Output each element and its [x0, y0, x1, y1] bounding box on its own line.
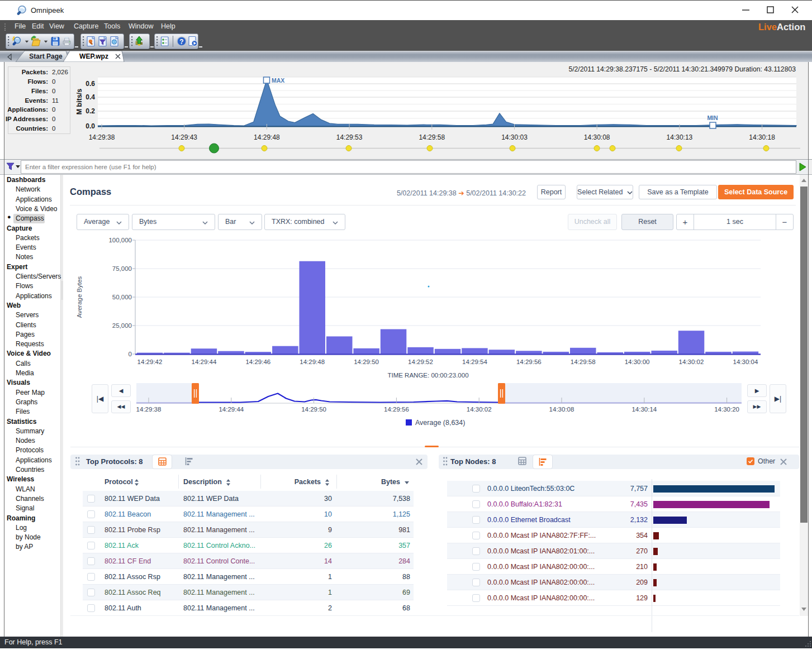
svg-text:14:29:46: 14:29:46	[245, 359, 270, 365]
svg-text:14:30:20: 14:30:20	[714, 406, 739, 413]
svg-text:MAX: MAX	[272, 77, 284, 84]
svg-text:Start Page: Start Page	[29, 52, 63, 60]
svg-text:14:30:14: 14:30:14	[631, 406, 657, 413]
svg-text:14:30:13: 14:30:13	[667, 133, 693, 141]
svg-text:14:29:58: 14:29:58	[419, 133, 445, 141]
svg-text:14:30:08: 14:30:08	[549, 406, 574, 413]
svg-text:50,000: 50,000	[112, 294, 132, 300]
svg-text:14:30:08: 14:30:08	[584, 133, 610, 141]
svg-text:14:29:58: 14:29:58	[571, 359, 596, 365]
svg-text:14:29:44: 14:29:44	[219, 406, 244, 413]
svg-text:14:30:00: 14:30:00	[625, 359, 650, 365]
svg-text:Average (8,634): Average (8,634)	[415, 419, 465, 427]
svg-text:14:30:04: 14:30:04	[733, 359, 758, 365]
svg-text:14:29:54: 14:29:54	[462, 359, 487, 365]
svg-text:TIME RANGE: 00:00:23.000: TIME RANGE: 00:00:23.000	[387, 372, 468, 379]
svg-text:100,000: 100,000	[108, 237, 132, 243]
svg-text:14:30:03: 14:30:03	[501, 133, 528, 141]
svg-text:5/2/2011 14:29:38.237175 - 5/2: 5/2/2011 14:29:38.237175 - 5/2/2011 14:3…	[568, 65, 796, 73]
svg-text:14:29:48: 14:29:48	[254, 133, 280, 141]
svg-text:14:29:42: 14:29:42	[137, 359, 163, 365]
svg-text:14:29:50: 14:29:50	[301, 406, 326, 413]
svg-text:M bits/s: M bits/s	[75, 89, 83, 115]
svg-text:14:30:02: 14:30:02	[679, 359, 704, 365]
svg-text:0: 0	[129, 351, 132, 357]
svg-text:0.4: 0.4	[86, 93, 95, 101]
svg-text:14:29:43: 14:29:43	[171, 133, 197, 141]
svg-text:14:30:02: 14:30:02	[467, 406, 492, 413]
svg-text:14:29:48: 14:29:48	[300, 359, 325, 365]
svg-text:0.6: 0.6	[86, 80, 95, 88]
svg-text:14:29:56: 14:29:56	[384, 406, 409, 413]
svg-text:14:29:38: 14:29:38	[136, 406, 162, 413]
svg-text:14:29:38: 14:29:38	[89, 133, 115, 141]
svg-text:14:29:50: 14:29:50	[354, 359, 379, 365]
svg-text:14:29:44: 14:29:44	[192, 359, 217, 365]
svg-text:0.0: 0.0	[86, 122, 95, 130]
svg-text:14:29:52: 14:29:52	[408, 359, 433, 365]
svg-text:75,000: 75,000	[112, 265, 132, 272]
svg-text:WEP.wpz: WEP.wpz	[79, 52, 108, 60]
svg-text:0.2: 0.2	[86, 107, 95, 115]
svg-text:?: ?	[179, 38, 183, 46]
svg-text:14:29:53: 14:29:53	[336, 133, 363, 141]
svg-text:14:30:18: 14:30:18	[749, 133, 775, 141]
svg-text:Average Bytes: Average Bytes	[76, 276, 83, 318]
svg-text:25,000: 25,000	[112, 322, 132, 329]
svg-text:14:29:56: 14:29:56	[516, 359, 542, 365]
svg-text:MIN: MIN	[707, 114, 718, 121]
